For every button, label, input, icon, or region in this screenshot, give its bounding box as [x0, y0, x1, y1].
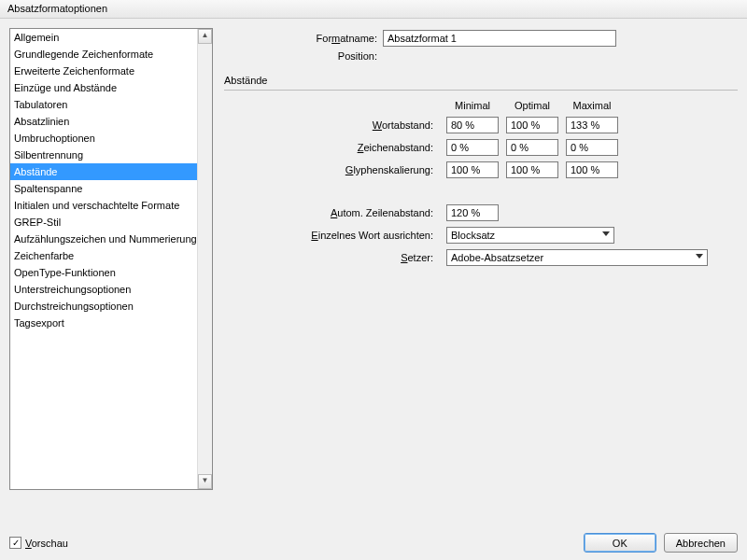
glyphen-min-input[interactable]	[446, 161, 499, 178]
formatname-input[interactable]	[383, 30, 616, 47]
sidebar-item[interactable]: Durchstreichungsoptionen	[10, 298, 197, 315]
col-min-header: Minimal	[446, 100, 499, 111]
preview-checkbox[interactable]: ✓	[9, 537, 21, 549]
sidebar-item[interactable]: Tagsexport	[10, 315, 197, 331]
glyphen-opt-input[interactable]	[506, 161, 558, 178]
category-sidebar: AllgemeinGrundlegende ZeichenformateErwe…	[9, 28, 213, 490]
wortabstand-min-input[interactable]	[446, 117, 499, 133]
sidebar-item[interactable]: Grundlegende Zeichenformate	[10, 46, 197, 63]
col-max-header: Maximal	[566, 100, 618, 111]
wortabstand-opt-input[interactable]	[506, 117, 558, 133]
sidebar-item[interactable]: Initialen und verschachtelte Formate	[10, 197, 197, 214]
spacing-grid: Minimal Optimal Maximal Wortabstand: Zei…	[261, 100, 738, 178]
sidebar-item[interactable]: Silbentrennung	[10, 147, 197, 163]
wortabstand-label: Wortabstand:	[261, 119, 439, 131]
single-word-value: Blocksatz	[451, 230, 495, 241]
zeichenabstand-max-input[interactable]	[566, 139, 618, 156]
sidebar-item[interactable]: Aufzählungszeichen und Nummerierung	[10, 231, 197, 247]
single-word-dropdown[interactable]: Blocksatz	[446, 227, 614, 244]
sidebar-item[interactable]: Spaltenspanne	[10, 180, 197, 197]
single-word-label: Einzelnes Wort ausrichten:	[261, 230, 439, 241]
sidebar-item[interactable]: Allgemein	[10, 29, 197, 46]
sidebar-item[interactable]: Einzüge und Abstände	[10, 79, 197, 96]
glyphen-label: Glyphenskalierung:	[261, 164, 439, 175]
window-title: Absatzformatoptionen	[7, 3, 107, 14]
sidebar-item[interactable]: Tabulatoren	[10, 96, 197, 113]
section-divider	[224, 90, 738, 91]
sidebar-item[interactable]: GREP-Stil	[10, 214, 197, 231]
glyphen-max-input[interactable]	[566, 161, 618, 178]
ok-button[interactable]: OK	[584, 533, 656, 553]
dialog-body: AllgemeinGrundlegende ZeichenformateErwe…	[0, 19, 747, 523]
setzer-label: Setzer:	[261, 252, 439, 263]
position-label: Position:	[280, 50, 383, 62]
sidebar-item[interactable]: Unterstreichungsoptionen	[10, 281, 197, 298]
position-row: Position:	[280, 50, 738, 62]
sidebar-item[interactable]: OpenType-Funktionen	[10, 264, 197, 281]
sidebar-item[interactable]: Umbruchoptionen	[10, 130, 197, 147]
auto-leading-input[interactable]	[446, 204, 499, 221]
section-title: Abstände	[224, 75, 738, 86]
extra-settings: Autom. Zeilenabstand: Einzelnes Wort aus…	[261, 204, 738, 266]
setzer-value: Adobe-Absatzsetzer	[451, 252, 543, 263]
auto-leading-label: Autom. Zeilenabstand:	[261, 207, 439, 218]
category-list[interactable]: AllgemeinGrundlegende ZeichenformateErwe…	[10, 29, 197, 489]
formatname-row: Formatname:	[280, 30, 738, 47]
sidebar-item[interactable]: Erweiterte Zeichenformate	[10, 63, 197, 79]
content-panel: Formatname: Position: Abstände Minimal O…	[224, 28, 738, 523]
cancel-button[interactable]: Abbrechen	[664, 533, 738, 553]
sidebar-item[interactable]: Absatzlinien	[10, 113, 197, 130]
sidebar-item[interactable]: Zeichenfarbe	[10, 247, 197, 264]
preview-label: Vorschau	[25, 538, 68, 549]
zeichenabstand-label: Zeichenabstand:	[261, 142, 439, 153]
col-opt-header: Optimal	[506, 100, 558, 111]
chevron-down-icon	[696, 254, 703, 259]
formatname-label: Formatname:	[280, 33, 383, 44]
setzer-dropdown[interactable]: Adobe-Absatzsetzer	[446, 249, 708, 266]
dialog-buttons: OK Abbrechen	[584, 533, 738, 553]
dialog-footer: ✓ Vorschau OK Abbrechen	[9, 533, 738, 553]
chevron-down-icon	[602, 231, 610, 236]
scroll-up-icon[interactable]: ▲	[198, 29, 212, 44]
window-titlebar: Absatzformatoptionen	[0, 0, 747, 19]
sidebar-scrollbar[interactable]: ▲ ▼	[197, 29, 212, 489]
sidebar-item[interactable]: Abstände	[10, 163, 197, 180]
wortabstand-max-input[interactable]	[566, 117, 618, 133]
preview-checkbox-wrap[interactable]: ✓ Vorschau	[9, 537, 68, 549]
scroll-down-icon[interactable]: ▼	[198, 474, 212, 489]
zeichenabstand-min-input[interactable]	[446, 139, 499, 156]
zeichenabstand-opt-input[interactable]	[506, 139, 558, 156]
